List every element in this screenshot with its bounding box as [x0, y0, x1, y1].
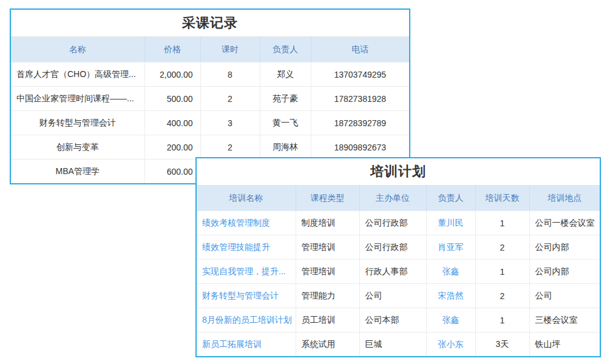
cell-organizer: 行政人事部: [359, 260, 426, 284]
cell-price: 400.00: [144, 111, 200, 135]
cell-days: 1: [475, 308, 529, 332]
col-header-course-name: 名称: [11, 37, 144, 62]
table-row: 中国企业家管理时间课程——... 500.00 2 苑子豪 1782738192…: [11, 87, 409, 111]
col-header-owner: 负责人: [260, 37, 311, 62]
table-row: 新员工拓展培训 系统试用 巨城 张小东 3天 铁山坪: [197, 332, 600, 357]
training-table-title: 培训计划: [197, 158, 600, 186]
cell-organizer: 公司本部: [359, 308, 426, 332]
cell-organizer: 公司: [359, 284, 426, 308]
cell-phone: 18728392789: [311, 111, 409, 135]
cell-price: 500.00: [144, 87, 200, 111]
owner-link[interactable]: 董川民: [438, 218, 464, 228]
cell-owner: 黄一飞: [260, 111, 311, 135]
owner-link[interactable]: 张小东: [438, 339, 464, 349]
col-header-price: 价格: [144, 37, 200, 62]
cell-course-name: 首席人才官（CHO）高级管理...: [11, 62, 144, 87]
training-plan-card: 培训计划 培训名称 课程类型 主办单位 负责人 培训天数 培训地点 绩效考核管理…: [195, 157, 601, 357]
table-row: 财务转型与管理会计 管理能力 公司 宋浩然 2 公司: [197, 284, 600, 308]
cell-phone: 13703749295: [311, 62, 409, 87]
cell-price: 200.00: [144, 135, 200, 160]
cell-price: 600.00: [144, 160, 200, 184]
table-row: 财务转型与管理会计 400.00 3 黄一飞 18728392789: [11, 111, 409, 135]
col-header-hours: 课时: [200, 37, 260, 62]
cell-owner: 张小东: [426, 332, 475, 357]
cell-owner: 张鑫: [426, 260, 475, 284]
purchase-table-title: 采课记录: [11, 10, 409, 37]
cell-location: 公司内部: [529, 260, 600, 284]
cell-owner: 苑子豪: [260, 87, 311, 111]
training-header-row: 培训名称 课程类型 主办单位 负责人 培训天数 培训地点: [197, 186, 600, 211]
training-table: 培训名称 课程类型 主办单位 负责人 培训天数 培训地点 绩效考核管理制度 制度…: [197, 186, 600, 356]
cell-organizer: 巨城: [359, 332, 426, 357]
cell-course-type: 管理培训: [296, 235, 359, 260]
col-header-training-name: 培训名称: [197, 186, 296, 211]
cell-training-name: 新员工拓展培训: [197, 332, 296, 357]
cell-training-name: 财务转型与管理会计: [197, 284, 296, 308]
training-name-link[interactable]: 8月份新的员工培训计划: [202, 315, 292, 325]
owner-link[interactable]: 张鑫: [443, 266, 459, 276]
cell-course-type: 管理能力: [296, 284, 359, 308]
col-header-owner: 负责人: [426, 186, 475, 211]
cell-course-type: 制度培训: [296, 211, 359, 235]
cell-course-name: MBA管理学: [11, 160, 144, 184]
training-name-link[interactable]: 实现自我管理，提升...: [202, 266, 286, 276]
col-header-location: 培训地点: [529, 186, 600, 211]
cell-location: 铁山坪: [529, 332, 600, 357]
cell-course-type: 管理培训: [296, 260, 359, 284]
cell-training-name: 8月份新的员工培训计划: [197, 308, 296, 332]
col-header-days: 培训天数: [475, 186, 529, 211]
cell-days: 2: [475, 284, 529, 308]
cell-training-name: 实现自我管理，提升...: [197, 260, 296, 284]
cell-hours: 2: [200, 87, 260, 111]
table-row: 绩效考核管理制度 制度培训 公司行政部 董川民 1 公司一楼会议室: [197, 211, 600, 235]
cell-course-name: 创新与变革: [11, 135, 144, 160]
cell-owner: 郑义: [260, 62, 311, 87]
training-name-link[interactable]: 财务转型与管理会计: [202, 291, 279, 300]
cell-location: 公司内部: [529, 235, 600, 260]
col-header-phone: 电话: [311, 37, 409, 62]
col-header-organizer: 主办单位: [359, 186, 426, 211]
cell-phone: 17827381928: [311, 87, 409, 111]
cell-owner: 周海林: [260, 135, 311, 160]
cell-days: 1: [475, 211, 529, 235]
training-name-link[interactable]: 新员工拓展培训: [202, 339, 262, 349]
cell-location: 三楼会议室: [529, 308, 600, 332]
cell-days: 3天: [475, 332, 529, 357]
training-name-link[interactable]: 绩效管理技能提升: [202, 242, 270, 252]
owner-link[interactable]: 肖亚军: [438, 242, 464, 252]
table-row: 首席人才官（CHO）高级管理... 2,000.00 8 郑义 13703749…: [11, 62, 409, 87]
cell-owner: 张鑫: [426, 308, 475, 332]
cell-course-type: 员工培训: [296, 308, 359, 332]
purchase-header-row: 名称 价格 课时 负责人 电话: [11, 37, 409, 62]
table-row: 实现自我管理，提升... 管理培训 行政人事部 张鑫 1 公司内部: [197, 260, 600, 284]
cell-hours: 8: [200, 62, 260, 87]
cell-location: 公司: [529, 284, 600, 308]
table-row: 绩效管理技能提升 管理培训 公司行政部 肖亚军 2 公司内部: [197, 235, 600, 260]
cell-course-name: 中国企业家管理时间课程——...: [11, 87, 144, 111]
cell-phone: 18909892673: [311, 135, 409, 160]
cell-owner: 董川民: [426, 211, 475, 235]
cell-hours: 3: [200, 111, 260, 135]
training-name-link[interactable]: 绩效考核管理制度: [202, 218, 270, 228]
cell-days: 1: [475, 260, 529, 284]
col-header-course-type: 课程类型: [296, 186, 359, 211]
owner-link[interactable]: 张鑫: [443, 315, 459, 325]
table-row: 8月份新的员工培训计划 员工培训 公司本部 张鑫 1 三楼会议室: [197, 308, 600, 332]
cell-training-name: 绩效管理技能提升: [197, 235, 296, 260]
cell-owner: 宋浩然: [426, 284, 475, 308]
cell-organizer: 公司行政部: [359, 211, 426, 235]
owner-link[interactable]: 宋浩然: [438, 291, 464, 300]
cell-days: 2: [475, 235, 529, 260]
cell-course-type: 系统试用: [296, 332, 359, 357]
cell-hours: 2: [200, 135, 260, 160]
cell-training-name: 绩效考核管理制度: [197, 211, 296, 235]
cell-organizer: 公司行政部: [359, 235, 426, 260]
cell-location: 公司一楼会议室: [529, 211, 600, 235]
cell-owner: 肖亚军: [426, 235, 475, 260]
table-row: 创新与变革 200.00 2 周海林 18909892673: [11, 135, 409, 160]
cell-price: 2,000.00: [144, 62, 200, 87]
cell-course-name: 财务转型与管理会计: [11, 111, 144, 135]
